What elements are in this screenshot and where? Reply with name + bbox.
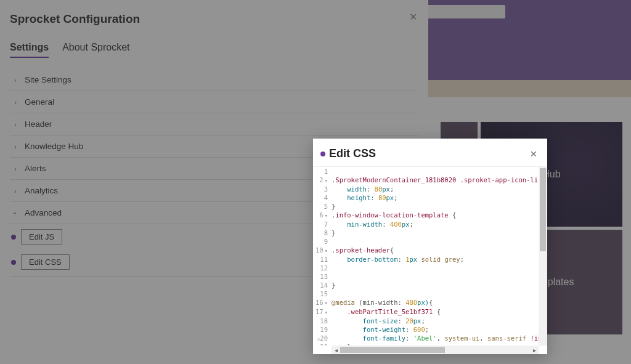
horizontal-scrollbar[interactable]: ◂ ▸ (332, 346, 539, 354)
editor-body: 1 2▾.SproketModernContainer_181b8020 .sp… (313, 166, 547, 354)
close-icon[interactable]: ✕ (530, 149, 537, 159)
scroll-right-icon[interactable]: ▸ (530, 347, 539, 354)
scroll-left-icon[interactable]: ◂ (332, 347, 340, 354)
css-editor-dialog: Edit CSS ✕ 1 2▾.SproketModernContainer_1… (313, 139, 547, 354)
bullet-icon (320, 152, 325, 156)
scrollbar-thumb[interactable] (340, 347, 445, 353)
editor-header: Edit CSS ✕ (313, 139, 547, 166)
scrollbar-thumb[interactable] (540, 168, 546, 251)
code-editor[interactable]: 1 2▾.SproketModernContainer_181b8020 .sp… (313, 167, 539, 346)
vertical-scrollbar[interactable] (539, 167, 547, 346)
editor-title: Edit CSS (320, 147, 530, 160)
warning-icon: ⚠ (314, 334, 320, 341)
